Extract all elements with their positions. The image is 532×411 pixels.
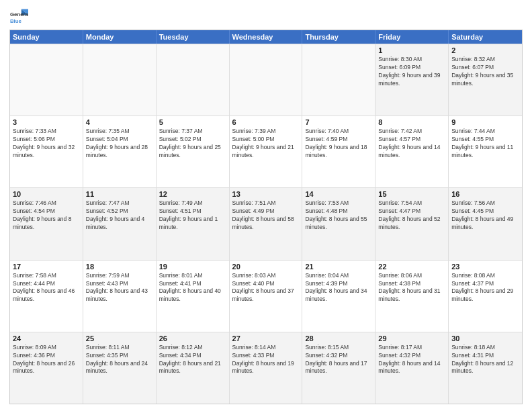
day-info: Sunrise: 8:18 AM Sunset: 4:31 PM Dayligh… — [451, 344, 519, 376]
day-number: 10 — [13, 190, 80, 198]
calendar-row: 17Sunrise: 7:58 AM Sunset: 4:44 PM Dayli… — [10, 260, 522, 332]
calendar-cell: 13Sunrise: 7:51 AM Sunset: 4:49 PM Dayli… — [230, 188, 303, 259]
day-info: Sunrise: 7:58 AM Sunset: 4:44 PM Dayligh… — [13, 272, 80, 304]
header-cell-wednesday: Wednesday — [230, 30, 303, 44]
calendar-cell — [10, 44, 83, 116]
day-info: Sunrise: 7:49 AM Sunset: 4:51 PM Dayligh… — [159, 199, 226, 232]
calendar-cell: 10Sunrise: 7:46 AM Sunset: 4:54 PM Dayli… — [10, 188, 83, 259]
day-info: Sunrise: 7:46 AM Sunset: 4:54 PM Dayligh… — [13, 199, 80, 232]
calendar-cell: 1Sunrise: 8:30 AM Sunset: 6:09 PM Daylig… — [375, 44, 449, 116]
day-number: 19 — [159, 263, 226, 271]
calendar-cell — [302, 44, 375, 116]
calendar: SundayMondayTuesdayWednesdayThursdayFrid… — [9, 30, 523, 404]
calendar-cell: 26Sunrise: 8:12 AM Sunset: 4:34 PM Dayli… — [157, 332, 230, 404]
day-number: 18 — [86, 263, 153, 271]
day-info: Sunrise: 7:44 AM Sunset: 4:55 PM Dayligh… — [451, 128, 519, 160]
calendar-cell: 12Sunrise: 7:49 AM Sunset: 4:51 PM Dayli… — [157, 188, 230, 259]
calendar-cell: 16Sunrise: 7:56 AM Sunset: 4:45 PM Dayli… — [449, 188, 522, 259]
day-number: 12 — [159, 190, 226, 198]
calendar-cell: 15Sunrise: 7:54 AM Sunset: 4:47 PM Dayli… — [375, 188, 449, 259]
day-info: Sunrise: 7:59 AM Sunset: 4:43 PM Dayligh… — [86, 272, 153, 304]
day-number: 3 — [13, 118, 80, 126]
day-number: 26 — [159, 334, 226, 342]
day-info: Sunrise: 8:17 AM Sunset: 4:32 PM Dayligh… — [378, 344, 445, 376]
calendar-cell: 14Sunrise: 7:53 AM Sunset: 4:48 PM Dayli… — [302, 188, 375, 259]
day-info: Sunrise: 8:12 AM Sunset: 4:34 PM Dayligh… — [159, 344, 226, 376]
day-info: Sunrise: 8:15 AM Sunset: 4:32 PM Dayligh… — [305, 344, 372, 376]
day-number: 9 — [451, 118, 519, 126]
day-number: 27 — [232, 334, 300, 342]
header-cell-tuesday: Tuesday — [157, 30, 230, 44]
day-info: Sunrise: 8:11 AM Sunset: 4:35 PM Dayligh… — [86, 344, 153, 376]
calendar-cell: 22Sunrise: 8:06 AM Sunset: 4:38 PM Dayli… — [375, 261, 449, 332]
calendar-cell — [83, 44, 157, 116]
day-number: 23 — [451, 263, 519, 271]
header-cell-thursday: Thursday — [302, 30, 375, 44]
svg-text:General: General — [10, 11, 28, 17]
day-number: 8 — [378, 118, 445, 126]
calendar-cell: 24Sunrise: 8:09 AM Sunset: 4:36 PM Dayli… — [10, 332, 83, 404]
calendar-cell: 4Sunrise: 7:35 AM Sunset: 5:04 PM Daylig… — [83, 116, 157, 187]
day-number: 14 — [305, 190, 372, 198]
day-info: Sunrise: 7:56 AM Sunset: 4:45 PM Dayligh… — [451, 199, 519, 232]
day-info: Sunrise: 7:51 AM Sunset: 4:49 PM Dayligh… — [232, 199, 300, 232]
day-number: 6 — [232, 118, 300, 126]
calendar-header: SundayMondayTuesdayWednesdayThursdayFrid… — [10, 30, 522, 44]
calendar-cell: 23Sunrise: 8:08 AM Sunset: 4:37 PM Dayli… — [449, 261, 522, 332]
day-number: 25 — [86, 334, 153, 342]
day-number: 2 — [451, 46, 519, 54]
calendar-row: 3Sunrise: 7:33 AM Sunset: 5:06 PM Daylig… — [10, 116, 522, 187]
calendar-cell: 25Sunrise: 8:11 AM Sunset: 4:35 PM Dayli… — [83, 332, 157, 404]
day-number: 21 — [305, 263, 372, 271]
calendar-cell: 18Sunrise: 7:59 AM Sunset: 4:43 PM Dayli… — [83, 261, 157, 332]
calendar-row: 24Sunrise: 8:09 AM Sunset: 4:36 PM Dayli… — [10, 332, 522, 404]
day-number: 29 — [378, 334, 445, 342]
day-info: Sunrise: 7:47 AM Sunset: 4:52 PM Dayligh… — [86, 199, 153, 232]
header-cell-sunday: Sunday — [10, 30, 83, 44]
calendar-cell: 28Sunrise: 8:15 AM Sunset: 4:32 PM Dayli… — [302, 332, 375, 404]
calendar-cell: 3Sunrise: 7:33 AM Sunset: 5:06 PM Daylig… — [10, 116, 83, 187]
calendar-cell: 29Sunrise: 8:17 AM Sunset: 4:32 PM Dayli… — [375, 332, 449, 404]
day-number: 22 — [378, 263, 445, 271]
calendar-cell: 27Sunrise: 8:14 AM Sunset: 4:33 PM Dayli… — [230, 332, 303, 404]
calendar-body: 1Sunrise: 8:30 AM Sunset: 6:09 PM Daylig… — [10, 44, 522, 404]
day-number: 24 — [13, 334, 80, 342]
calendar-cell: 20Sunrise: 8:03 AM Sunset: 4:40 PM Dayli… — [230, 261, 303, 332]
calendar-cell — [157, 44, 230, 116]
day-info: Sunrise: 8:32 AM Sunset: 6:07 PM Dayligh… — [451, 56, 519, 88]
day-info: Sunrise: 7:40 AM Sunset: 4:59 PM Dayligh… — [305, 128, 372, 160]
calendar-cell: 9Sunrise: 7:44 AM Sunset: 4:55 PM Daylig… — [449, 116, 522, 187]
day-number: 7 — [305, 118, 372, 126]
day-number: 28 — [305, 334, 372, 342]
day-info: Sunrise: 8:01 AM Sunset: 4:41 PM Dayligh… — [159, 272, 226, 304]
calendar-cell: 21Sunrise: 8:04 AM Sunset: 4:39 PM Dayli… — [302, 261, 375, 332]
calendar-cell — [230, 44, 303, 116]
calendar-row: 10Sunrise: 7:46 AM Sunset: 4:54 PM Dayli… — [10, 187, 522, 259]
calendar-cell: 8Sunrise: 7:42 AM Sunset: 4:57 PM Daylig… — [375, 116, 449, 187]
day-number: 17 — [13, 263, 80, 271]
day-info: Sunrise: 7:39 AM Sunset: 5:00 PM Dayligh… — [232, 128, 300, 160]
logo-icon: General Blue — [9, 7, 28, 26]
calendar-cell: 19Sunrise: 8:01 AM Sunset: 4:41 PM Dayli… — [157, 261, 230, 332]
day-number: 5 — [159, 118, 226, 126]
header-cell-saturday: Saturday — [449, 30, 522, 44]
day-info: Sunrise: 8:08 AM Sunset: 4:37 PM Dayligh… — [451, 272, 519, 304]
day-number: 11 — [86, 190, 153, 198]
day-info: Sunrise: 7:42 AM Sunset: 4:57 PM Dayligh… — [378, 128, 445, 160]
day-info: Sunrise: 8:09 AM Sunset: 4:36 PM Dayligh… — [13, 344, 80, 376]
day-info: Sunrise: 7:54 AM Sunset: 4:47 PM Dayligh… — [378, 199, 445, 232]
day-info: Sunrise: 8:14 AM Sunset: 4:33 PM Dayligh… — [232, 344, 300, 376]
day-number: 20 — [232, 263, 300, 271]
day-info: Sunrise: 7:37 AM Sunset: 5:02 PM Dayligh… — [159, 128, 226, 160]
day-info: Sunrise: 7:33 AM Sunset: 5:06 PM Dayligh… — [13, 128, 80, 160]
day-info: Sunrise: 8:04 AM Sunset: 4:39 PM Dayligh… — [305, 272, 372, 304]
calendar-cell: 5Sunrise: 7:37 AM Sunset: 5:02 PM Daylig… — [157, 116, 230, 187]
calendar-cell: 6Sunrise: 7:39 AM Sunset: 5:00 PM Daylig… — [230, 116, 303, 187]
day-info: Sunrise: 8:06 AM Sunset: 4:38 PM Dayligh… — [378, 272, 445, 304]
calendar-cell: 2Sunrise: 8:32 AM Sunset: 6:07 PM Daylig… — [449, 44, 522, 116]
svg-text:Blue: Blue — [10, 18, 22, 24]
header-cell-friday: Friday — [375, 30, 449, 44]
calendar-cell: 17Sunrise: 7:58 AM Sunset: 4:44 PM Dayli… — [10, 261, 83, 332]
day-number: 13 — [232, 190, 300, 198]
day-number: 1 — [378, 46, 445, 54]
